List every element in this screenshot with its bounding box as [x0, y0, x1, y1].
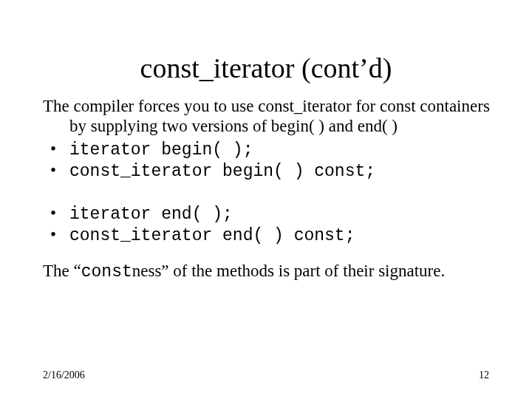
code-line: iterator end( );	[69, 205, 233, 224]
intro-paragraph: The compiler forces you to use const_ite…	[43, 96, 501, 136]
spacer	[43, 246, 501, 261]
footer-date: 2/16/2006	[43, 369, 85, 381]
bullet-item: const_iterator begin( ) const;	[43, 160, 501, 182]
text-fragment: ness” of the methods is part of their si…	[132, 262, 445, 280]
bullet-item: iterator end( );	[43, 203, 501, 225]
bullet-item: iterator begin( );	[43, 139, 501, 160]
slide-body: The compiler forces you to use const_ite…	[43, 96, 501, 285]
text-fragment: The “	[43, 262, 81, 280]
code-line: iterator begin( );	[69, 140, 253, 160]
slide: const_iterator (cont’d) The compiler for…	[0, 0, 532, 399]
code-line: const_iterator end( ) const;	[69, 226, 355, 245]
code-line: const_iterator begin( ) const;	[69, 162, 375, 181]
footer-page-number: 12	[479, 369, 489, 381]
closing-paragraph: The “constness” of the methods is part o…	[43, 261, 501, 282]
spacer	[43, 183, 501, 203]
slide-title: const_iterator (cont’d)	[0, 52, 532, 84]
bullet-item: const_iterator end( ) const;	[43, 225, 501, 246]
code-inline: const	[81, 262, 132, 282]
